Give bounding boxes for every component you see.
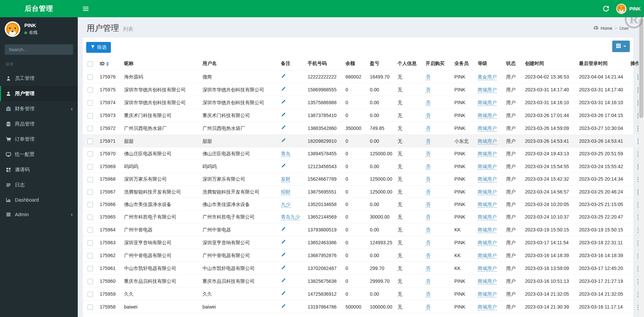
buy-enabled-link[interactable]: 否	[426, 151, 430, 157]
buy-enabled-link[interactable]: 否	[426, 240, 430, 246]
level-link[interactable]: 商城用户	[478, 100, 497, 106]
level-link[interactable]: 商城用户	[478, 253, 497, 259]
sidebar-item-finance[interactable]: 财务管理‹	[0, 101, 78, 116]
level-link[interactable]: 商城用户	[478, 278, 497, 285]
app-brand[interactable]: 后台管理	[0, 0, 78, 17]
pencil-icon[interactable]	[281, 73, 286, 78]
buy-enabled-link[interactable]: 否	[426, 253, 430, 259]
pencil-icon[interactable]	[281, 86, 286, 91]
row-checkbox[interactable]	[88, 151, 93, 157]
row-checkbox[interactable]	[88, 202, 93, 207]
level-link[interactable]: 商城用户	[478, 151, 497, 157]
row-checkbox[interactable]	[88, 74, 93, 80]
buy-enabled-link[interactable]: 否	[426, 304, 430, 310]
row-checkbox[interactable]	[88, 214, 93, 220]
sidebar-item-orders[interactable]: 订单管理	[0, 132, 78, 147]
level-link[interactable]: 商城用户	[478, 291, 497, 297]
row-checkbox[interactable]	[88, 292, 93, 297]
remark-link[interactable]: 青岛九少	[281, 214, 300, 220]
level-link[interactable]: 黄金用户	[478, 74, 497, 80]
refresh-icon[interactable]	[603, 6, 609, 12]
row-checkbox[interactable]	[88, 113, 93, 118]
row-checkbox[interactable]	[88, 87, 93, 93]
view-options-button[interactable]	[612, 41, 630, 52]
search-icon[interactable]	[73, 44, 73, 55]
pencil-icon[interactable]	[281, 163, 286, 168]
row-checkbox[interactable]	[88, 177, 93, 182]
remark-link[interactable]: 招财	[281, 189, 290, 195]
sort-icon[interactable]	[106, 62, 109, 66]
buy-enabled-link[interactable]: 否	[426, 291, 430, 297]
sidebar-item-goods[interactable]: 商品管理	[0, 116, 78, 132]
row-checkbox[interactable]	[88, 279, 93, 284]
level-link[interactable]: 商城用户	[478, 176, 497, 182]
buy-enabled-link[interactable]: 否	[426, 266, 430, 272]
level-link[interactable]: 商城用户	[478, 164, 497, 170]
pencil-icon[interactable]	[281, 99, 286, 104]
breadcrumb-home-link[interactable]: Home	[601, 26, 613, 31]
level-link[interactable]: 商城用户	[478, 227, 497, 233]
buy-enabled-link[interactable]: 否	[426, 87, 430, 93]
pencil-icon[interactable]	[281, 138, 286, 143]
sidebar-item-dashboard[interactable]: Dashboard	[0, 193, 78, 207]
remark-link[interactable]: 发财	[281, 176, 290, 182]
scrollbar-track[interactable]	[638, 17, 644, 317]
level-link[interactable]: 商城用户	[478, 113, 497, 119]
sidebar-item-logs[interactable]: 日志	[0, 177, 78, 193]
level-link[interactable]: 商城用户	[478, 87, 497, 93]
buy-enabled-link[interactable]: 否	[426, 189, 430, 195]
sidebar-item-staff[interactable]: 员工管理	[0, 71, 78, 86]
buy-enabled-link[interactable]: 否	[426, 138, 430, 144]
pencil-icon[interactable]	[281, 226, 286, 231]
remark-link[interactable]: 青岛	[281, 151, 290, 157]
sidebar-item-admin[interactable]: Admin‹	[0, 207, 78, 222]
level-link[interactable]: 商城用户	[478, 126, 497, 132]
filter-button[interactable]: 筛选	[86, 42, 111, 53]
pencil-icon[interactable]	[281, 265, 286, 270]
buy-enabled-link[interactable]: 否	[426, 74, 430, 80]
buy-enabled-link[interactable]: 否	[426, 176, 430, 182]
row-checkbox[interactable]	[88, 189, 93, 195]
remark-link[interactable]: 九少	[281, 202, 290, 208]
row-checkbox[interactable]	[88, 139, 93, 144]
pencil-icon[interactable]	[281, 112, 286, 117]
buy-enabled-link[interactable]: 否	[426, 164, 430, 170]
buy-enabled-link[interactable]: 否	[426, 278, 430, 285]
sidebar-item-users[interactable]: 用户管理	[0, 86, 78, 101]
buy-enabled-link[interactable]: 否	[426, 126, 430, 132]
row-checkbox[interactable]	[88, 227, 93, 233]
level-link[interactable]: 商城用户	[478, 304, 497, 310]
scrollbar-thumb[interactable]	[639, 18, 643, 118]
pencil-icon[interactable]	[281, 252, 286, 257]
search-input[interactable]	[5, 44, 73, 55]
level-link[interactable]: 商城用户	[478, 266, 497, 272]
level-link[interactable]: 商城用户	[478, 138, 497, 144]
pencil-icon[interactable]	[281, 239, 286, 244]
row-checkbox[interactable]	[88, 304, 93, 310]
sidebar-item-config[interactable]: 统一配置	[0, 147, 78, 162]
select-all-checkbox[interactable]	[88, 61, 93, 67]
buy-enabled-link[interactable]: 否	[426, 214, 430, 220]
row-checkbox[interactable]	[88, 266, 93, 271]
row-checkbox[interactable]	[88, 100, 93, 106]
buy-enabled-link[interactable]: 否	[426, 113, 430, 119]
level-link[interactable]: 商城用户	[478, 189, 497, 195]
row-checkbox[interactable]	[88, 240, 93, 246]
level-link[interactable]: 商城用户	[478, 214, 497, 220]
buy-enabled-link[interactable]: 否	[426, 227, 430, 233]
navbar-user-menu[interactable]: PINK	[616, 4, 641, 14]
sidebar-item-invite-code[interactable]: 邀请码	[0, 162, 78, 177]
hamburger-icon[interactable]	[78, 0, 93, 17]
level-link[interactable]: 商城用户	[478, 202, 497, 208]
buy-enabled-link[interactable]: 否	[426, 100, 430, 106]
col-header-id[interactable]: ID	[97, 57, 121, 70]
buy-enabled-link[interactable]: 否	[426, 202, 430, 208]
row-checkbox[interactable]	[88, 126, 93, 131]
pencil-icon[interactable]	[281, 125, 286, 130]
pencil-icon[interactable]	[281, 303, 286, 309]
row-checkbox[interactable]	[88, 164, 93, 169]
row-checkbox[interactable]	[88, 253, 93, 258]
level-link[interactable]: 商城用户	[478, 240, 497, 246]
pencil-icon[interactable]	[281, 291, 286, 296]
pencil-icon[interactable]	[281, 278, 286, 283]
